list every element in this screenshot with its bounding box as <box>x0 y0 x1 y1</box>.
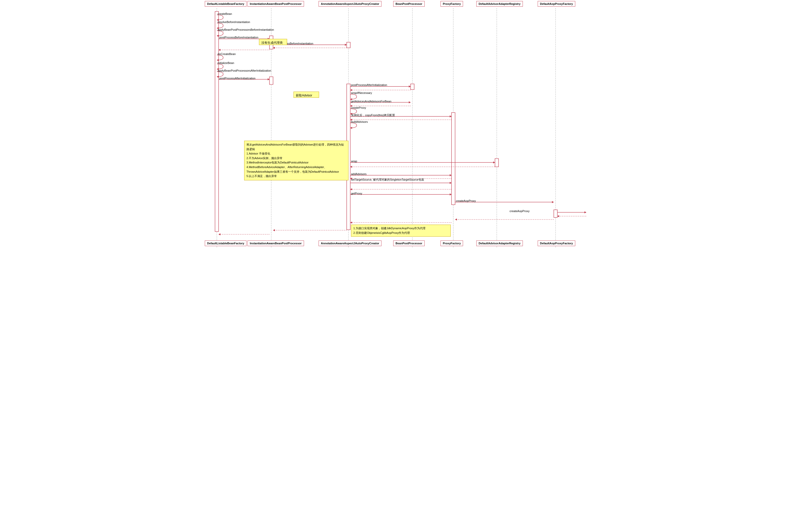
sequence-diagram: DefaultListableBeanFactory Instantiation… <box>203 0 609 259</box>
svg-marker-50 <box>350 166 352 168</box>
svg-marker-29 <box>217 76 219 78</box>
msg-wrap: wrap <box>351 160 357 163</box>
msg-resolveBeforeInstantiation: resolveBeforeInstantiation <box>218 21 250 24</box>
lifeline-box-6: DefaultAdvisorAdapterRegistry <box>476 1 523 7</box>
svg-marker-64 <box>584 211 586 213</box>
lifeline-label-4: BeanPostProcessor <box>396 2 423 5</box>
msg-createBean: createBean <box>218 12 232 15</box>
lifeline-box-bottom-5: ProxyFactory <box>440 241 463 246</box>
lifeline-box-bottom-6: DefaultAdvisorAdapterRegistry <box>476 241 523 246</box>
svg-marker-38 <box>409 101 411 103</box>
msg-createAopProxy1: createAopProxy <box>456 199 476 202</box>
lifeline-label-1: DefaultListableBeanFactory <box>207 2 244 5</box>
note-proxy-type: 1.为接口实现类对象，创建JdkDynamicAopProxy作为代理 2.否则… <box>351 225 451 237</box>
msg-getAdvicesAndAdvisorsForBean: getAdvicesAndAdvisorsForBean <box>351 100 392 103</box>
note-get-advisor: 获取Advisor <box>293 91 319 98</box>
svg-marker-48 <box>493 161 495 163</box>
svg-marker-62 <box>552 201 554 203</box>
msg-postProcessAfterInitialization2: postProcessAfterInitialization <box>351 83 387 86</box>
svg-rect-15 <box>554 210 557 217</box>
lifeline-box-bottom-2: InstantiationAwareBeanPostProcessor <box>248 241 304 246</box>
lifeline-label-2: InstantiationAwareBeanPostProcessor <box>250 2 302 5</box>
msg-wrapIfNecessary: wrapIfNecessary <box>351 91 372 94</box>
lifeline-box-7: DefaultAopProxyFactory <box>538 1 575 7</box>
svg-rect-14 <box>495 159 498 167</box>
svg-marker-18 <box>217 35 219 37</box>
lifeline-box-2: InstantiationAwareBeanPostProcessor <box>248 1 304 7</box>
msg-getProxy: getProxy <box>351 192 362 195</box>
lifeline-box-4: BeanPostProcessor <box>393 1 425 7</box>
svg-rect-10 <box>269 77 273 84</box>
msg-applyBeanPostProcessorsBeforeInstantiation: applyBeanPostProcessorsBeforeInstantiati… <box>218 28 274 31</box>
lifeline-box-bottom-7: DefaultAopProxyFactory <box>538 241 575 246</box>
msg-doCreateBean: doCreateBean <box>218 52 236 55</box>
lifeline-box-bottom-1: DefaultListableBeanFactory <box>205 241 246 246</box>
svg-marker-43 <box>450 115 452 117</box>
lifeline-box-bottom-4: BeanPostProcessor <box>393 241 425 246</box>
msg-createProxy: createProxy <box>351 106 366 109</box>
svg-rect-9 <box>347 42 350 48</box>
svg-marker-68 <box>455 218 457 220</box>
msg-buildAdvisors: buildAdvisors <box>351 120 368 123</box>
svg-marker-26 <box>219 49 221 51</box>
msg-createAopProxy2: createAopProxy <box>510 210 529 213</box>
lifeline-label-6: DefaultAdvisorAdapterRegistry <box>478 2 521 5</box>
lifeline-box-3: AnnotationAwareAspectJAutoProxyCreator <box>319 1 381 7</box>
svg-marker-74 <box>219 233 221 235</box>
lifeline-label-7: DefaultAopProxyFactory <box>540 2 573 5</box>
svg-marker-27 <box>217 59 219 61</box>
note-no-proxy: 没有生成代理类 <box>259 39 287 45</box>
msg-postProcessAfterInitialization1: postProcessAfterInitialization <box>220 77 255 80</box>
svg-marker-58 <box>350 188 352 190</box>
lifeline-box-bottom-3: AnnotationAwareAspectJAutoProxyCreator <box>319 241 381 246</box>
svg-marker-56 <box>450 182 452 184</box>
svg-rect-7 <box>215 11 219 232</box>
svg-marker-35 <box>350 89 352 91</box>
msg-copyFrom: 实例化后，copyFrom(this)拷贝配置 <box>351 113 395 117</box>
msg-setTargetSource: setTargetSource, 被代理对象的SingletonTargetSo… <box>351 178 424 182</box>
svg-marker-66 <box>557 215 559 217</box>
msg-initializeBean: initializeBean <box>218 61 234 64</box>
lifeline-label-3: AnnotationAwareAspectJAutoProxyCreator <box>321 2 379 5</box>
svg-marker-52 <box>450 174 452 176</box>
svg-marker-24 <box>273 47 275 49</box>
svg-marker-60 <box>450 193 452 195</box>
lifeline-box-1: DefaultListableBeanFactory <box>205 1 246 7</box>
svg-marker-31 <box>268 78 269 80</box>
svg-marker-70 <box>350 221 352 224</box>
msg-applyBeanPostProcessorsAfterInitialization: applyBeanPostProcessorsAfterInitializati… <box>218 69 271 72</box>
svg-rect-12 <box>411 84 414 89</box>
svg-marker-33 <box>409 85 411 87</box>
svg-marker-46 <box>350 127 352 129</box>
msg-addAdvisors: addAdvisors <box>351 172 367 175</box>
lifeline-box-5: ProxyFactory <box>440 1 463 7</box>
svg-marker-72 <box>273 229 275 231</box>
msg-postProcessBeforeInstantiation1: postProcessBeforeInstantiation <box>220 36 258 39</box>
svg-marker-22 <box>345 44 347 46</box>
lifeline-label-5: ProxyFactory <box>443 2 461 5</box>
svg-rect-13 <box>452 113 455 205</box>
note-advisor-detail: 将从getAdvicesAndAdvisorsForBean获取到的Advise… <box>244 141 348 180</box>
